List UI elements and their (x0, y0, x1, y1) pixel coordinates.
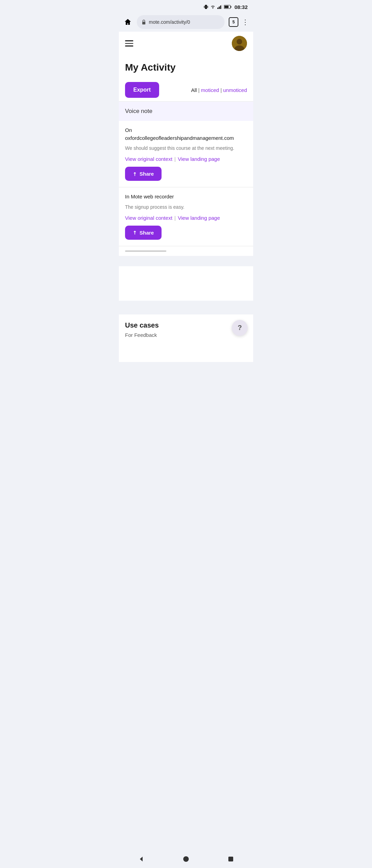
svg-rect-6 (220, 6, 221, 9)
activity-context-1: On oxfordcollegeofleadershipandmanagemen… (125, 126, 247, 142)
home-button[interactable] (123, 17, 133, 27)
hamburger-line-2 (125, 43, 133, 44)
status-icons: 08:32 (204, 4, 248, 10)
view-landing-page-1[interactable]: View landing page (178, 156, 220, 162)
help-button[interactable]: ? (232, 320, 248, 336)
activity-context-2: In Mote web recorder (125, 193, 247, 201)
filter-moticed[interactable]: moticed (201, 87, 219, 93)
filter-sep-2: | (220, 87, 222, 93)
scroll-bar (125, 250, 166, 252)
filter-unmoticed[interactable]: unmoticed (223, 87, 247, 93)
url-bar[interactable]: mote.com/activity/0 (137, 15, 225, 29)
activity-note-1: We should suggest this course at the nex… (125, 145, 247, 152)
use-cases-subtitle: For Feedback (125, 332, 247, 338)
use-cases-section: Use cases For Feedback ? (119, 314, 253, 341)
status-bar: 08:32 (119, 0, 253, 12)
svg-rect-4 (217, 8, 218, 9)
status-time: 08:32 (235, 4, 248, 10)
lock-icon (142, 19, 146, 25)
hamburger-menu[interactable] (125, 40, 133, 46)
app-header (119, 32, 253, 55)
link-sep-2: | (174, 215, 176, 221)
avatar-image (232, 36, 247, 51)
svg-point-3 (212, 8, 213, 9)
activity-links-1: View original context | View landing pag… (125, 156, 247, 162)
svg-rect-10 (230, 6, 231, 8)
bottom-spacer (119, 341, 253, 362)
share-button-1[interactable]: ↗ Share (125, 167, 162, 181)
spacer (119, 256, 253, 266)
filter-links: All | moticed | unmoticed (191, 87, 247, 93)
wifi-icon (210, 5, 216, 9)
export-button[interactable]: Export (125, 82, 159, 98)
browser-menu-button[interactable]: ⋮ (242, 18, 249, 26)
avatar[interactable] (232, 36, 247, 51)
tab-count-button[interactable]: 5 (229, 17, 238, 27)
share-button-2[interactable]: ↗ Share (125, 226, 162, 240)
activity-links-2: View original context | View landing pag… (125, 215, 247, 221)
scroll-indicator (119, 246, 253, 256)
hamburger-line-1 (125, 40, 133, 41)
activity-item: On oxfordcollegeofleadershipandmanagemen… (119, 121, 253, 187)
use-cases-title: Use cases (125, 321, 247, 329)
svg-point-13 (237, 39, 242, 44)
svg-rect-1 (204, 6, 205, 8)
share-arrow-icon-1: ↗ (131, 170, 138, 177)
page-title: My Activity (119, 55, 253, 79)
activity-note-2: The signup process is easy. (125, 204, 247, 211)
view-original-context-2[interactable]: View original context (125, 215, 172, 221)
view-landing-page-2[interactable]: View landing page (178, 215, 220, 221)
voice-note-label: Voice note (125, 108, 152, 114)
svg-rect-0 (205, 5, 207, 9)
svg-rect-9 (224, 6, 228, 8)
activity-item-2: In Mote web recorder The signup process … (119, 187, 253, 246)
share-label-1: Share (140, 171, 154, 177)
browser-actions: 5 ⋮ (229, 17, 249, 27)
on-label-2: In Mote web recorder (125, 193, 247, 201)
hamburger-line-3 (125, 45, 133, 46)
voice-note-header: Voice note (119, 101, 253, 121)
link-sep-1: | (174, 156, 176, 162)
page-content: My Activity Export All | moticed | unmot… (119, 55, 253, 256)
share-arrow-icon-2: ↗ (131, 229, 138, 236)
on-label-1: On (125, 126, 247, 134)
share-label-2: Share (140, 230, 154, 236)
filter-all: All (191, 87, 197, 93)
url-text: mote.com/activity/0 (149, 19, 220, 25)
svg-rect-11 (142, 22, 145, 24)
vibrate-icon (204, 4, 208, 10)
svg-rect-7 (221, 5, 222, 9)
view-original-context-1[interactable]: View original context (125, 156, 172, 162)
spacer-2 (119, 266, 253, 301)
site-name-1: oxfordcollegeofleadershipandmanagement.c… (125, 134, 247, 142)
toolbar: Export All | moticed | unmoticed (119, 79, 253, 101)
filter-sep-1: | (198, 87, 199, 93)
svg-rect-2 (207, 6, 208, 8)
browser-bar: mote.com/activity/0 5 ⋮ (119, 12, 253, 32)
signal-icon (217, 5, 222, 9)
svg-rect-5 (219, 7, 220, 9)
battery-icon (224, 5, 231, 9)
